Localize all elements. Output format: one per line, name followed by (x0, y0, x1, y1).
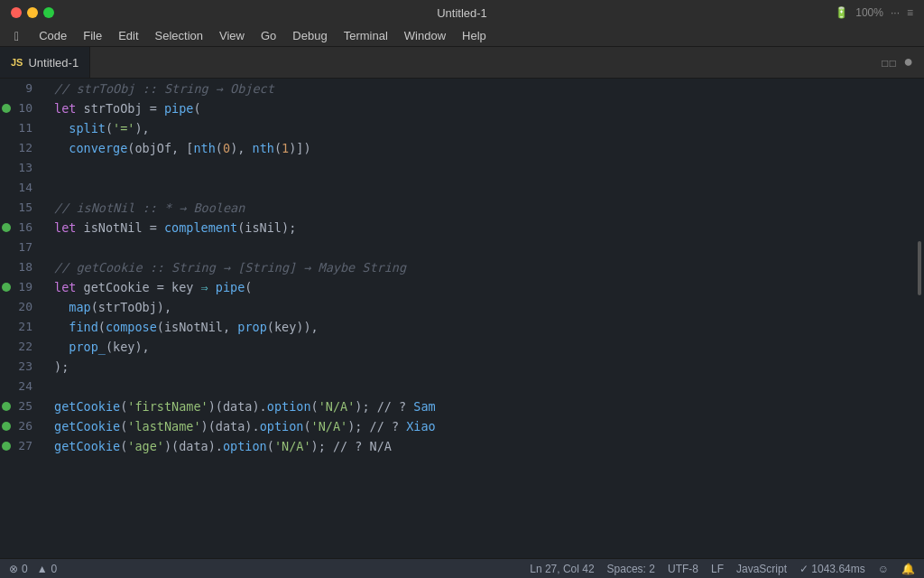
token-paren: ( (157, 320, 164, 334)
code-line: 27getCookie('age')(data).option('N/A'); … (0, 436, 915, 456)
line-content[interactable]: map(strToObj), (47, 297, 171, 317)
line-content[interactable]: let getCookie = key ⇒ pipe( (47, 277, 253, 297)
line-gutter: 11 (0, 118, 47, 138)
token-func: compose (106, 320, 157, 334)
maximize-button[interactable] (43, 7, 54, 18)
timing: ✓ 1043.64ms (799, 563, 865, 575)
token-plain (54, 340, 69, 354)
menu-selection[interactable]: Selection (148, 27, 210, 44)
eol[interactable]: LF (711, 563, 724, 575)
code-line: 20 map(strToObj), (0, 297, 915, 317)
line-number: 24 (13, 377, 40, 396)
token-plain: , (143, 121, 150, 135)
token-paren: ) (157, 300, 164, 314)
bell-icon[interactable]: 🔔 (901, 563, 915, 575)
line-content[interactable]: // getCookie :: String → [String] → Mayb… (47, 257, 406, 277)
code-line: 23); (0, 357, 915, 377)
code-line: 15// isNotNil :: * → Boolean (0, 198, 915, 218)
titlebar: Untitled-1 🔋 100% ··· ≡ (0, 0, 924, 25)
code-line: 21 find(compose(isNotNil, prop(key)), (0, 317, 915, 337)
split-editor-icon[interactable]: ☐☐ (881, 55, 896, 70)
code-line: 19let getCookie = key ⇒ pipe( (0, 277, 915, 297)
code-line: 25getCookie('firstName')(data).option('N… (0, 396, 915, 416)
error-icon: ⊗ (9, 563, 18, 575)
code-area[interactable]: 9// strToObj :: String → Object10let str… (0, 79, 915, 558)
token-arrow: ⇒ (201, 280, 208, 294)
token-paren: ) (134, 121, 142, 135)
breakpoint-dot[interactable] (2, 223, 11, 232)
line-gutter: 23 (0, 357, 47, 377)
menu-code[interactable]: Code (32, 27, 74, 44)
breakpoint-dot[interactable] (2, 442, 11, 451)
tab-js-icon: JS (11, 57, 23, 68)
line-content[interactable]: ); (47, 357, 69, 377)
token-keyword: let (54, 101, 76, 116)
token-func: complement (164, 220, 237, 235)
line-content[interactable]: let isNotNil = complement(isNil); (47, 218, 296, 238)
code-line: 13 (0, 158, 915, 178)
close-button[interactable] (11, 7, 22, 18)
token-paren: ( (91, 300, 98, 314)
editor-tab[interactable]: JS Untitled-1 (0, 47, 90, 78)
menu-debug[interactable]: Debug (285, 27, 334, 44)
line-content[interactable]: getCookie('firstName')(data).option('N/A… (47, 396, 436, 416)
line-number: 20 (13, 297, 40, 317)
token-plain: , (237, 141, 252, 155)
line-content[interactable]: converge(objOf, [nth(0), nth(1)]) (47, 138, 311, 158)
code-line: 24 (0, 377, 915, 396)
breakpoint-dot[interactable] (2, 104, 11, 113)
tab-label: Untitled-1 (28, 56, 79, 70)
language-mode[interactable]: JavaScript (736, 563, 787, 575)
line-content[interactable]: let strToObj = pipe( (47, 98, 201, 118)
token-paren: ) (303, 141, 310, 155)
scrollbar[interactable] (915, 79, 924, 558)
line-content[interactable]: find(compose(isNotNil, prop(key)), (47, 317, 319, 337)
line-content[interactable]: split('='), (47, 118, 150, 138)
token-plain: objOf, [ (134, 141, 193, 155)
token-plain: ; (61, 359, 69, 374)
error-count[interactable]: ⊗ 0 ▲ 0 (9, 563, 57, 575)
indentation[interactable]: Spaces: 2 (607, 563, 655, 575)
breakpoint-dot[interactable] (2, 422, 11, 431)
line-content[interactable]: getCookie('lastName')(data).option('N/A'… (47, 416, 436, 436)
menu-window[interactable]: Window (397, 27, 453, 44)
menu-edit[interactable]: Edit (111, 27, 145, 44)
code-line: 10let strToObj = pipe( (0, 98, 915, 118)
token-paren: ) (311, 439, 319, 453)
cursor-position[interactable]: Ln 27, Col 42 (530, 563, 594, 575)
token-plain: (data). (216, 399, 267, 414)
smiley-icon: ☺ (878, 563, 889, 575)
line-content[interactable]: getCookie('age')(data).option('N/A'); //… (47, 436, 392, 456)
menu-go[interactable]: Go (254, 27, 283, 44)
line-gutter: 12 (0, 138, 47, 158)
menu-help[interactable]: Help (455, 27, 494, 44)
line-content[interactable]: // strToObj :: String → Object (47, 79, 274, 98)
token-func: option (223, 439, 267, 453)
token-plain: getCookie = key (76, 280, 200, 294)
code-line: 11 split('='), (0, 118, 915, 138)
breakpoint-dot[interactable] (2, 402, 11, 411)
menu-file[interactable]: File (76, 27, 109, 44)
menu-view[interactable]: View (212, 27, 252, 44)
error-num: 0 (22, 563, 28, 575)
line-content[interactable]: // isNotNil :: * → Boolean (47, 198, 245, 218)
token-string: '=' (113, 121, 134, 135)
battery-label: 100% (855, 6, 883, 19)
token-plain: , (143, 340, 150, 354)
token-plain: N/A (370, 439, 392, 453)
scrollbar-thumb[interactable] (918, 241, 921, 295)
minimize-button[interactable] (27, 7, 38, 18)
line-content[interactable]: prop_(key), (47, 337, 150, 357)
menu-terminal[interactable]: Terminal (337, 27, 395, 44)
token-paren: ( (311, 399, 319, 414)
token-func: option (267, 399, 311, 414)
token-result: Xiao (406, 419, 436, 434)
encoding[interactable]: UTF-8 (668, 563, 698, 575)
warning-icon: ▲ (37, 563, 48, 575)
titlebar-right: 🔋 100% ··· ≡ (835, 6, 913, 19)
token-keyword: let (54, 220, 76, 235)
code-line: 14 (0, 178, 915, 198)
line-number: 21 (13, 317, 40, 337)
menu-apple[interactable]:  (7, 27, 26, 45)
breakpoint-dot[interactable] (2, 283, 11, 292)
